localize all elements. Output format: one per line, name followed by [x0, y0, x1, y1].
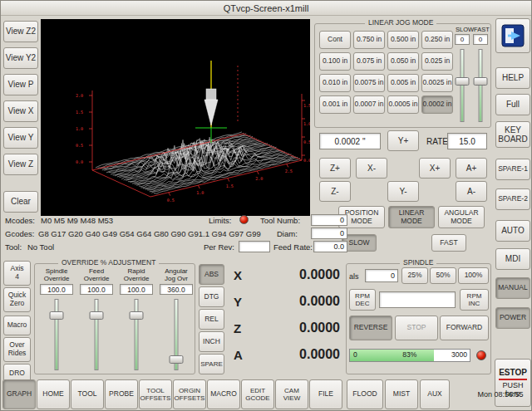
jog-0750-button[interactable]: 0.750 in	[353, 31, 385, 49]
linear-mode-button[interactable]: LINEAR MODE	[388, 206, 435, 228]
rpm-inc-button[interactable]: RPM INC	[460, 289, 489, 311]
tab-file[interactable]: FILE	[309, 379, 342, 409]
jog-0005-button[interactable]: 0.005 in	[387, 74, 419, 92]
flood-button[interactable]: FLOOD	[347, 379, 383, 409]
jog-0010-button[interactable]: 0.010 in	[319, 74, 351, 92]
gcodes-value: G8 G17 G20 G40 G49 G54 G64 G80 G90 G91.1…	[38, 229, 261, 238]
jog-0500-button[interactable]: 0.500 in	[387, 31, 419, 49]
tab-axis-4[interactable]: Axis 4	[3, 261, 31, 286]
spindle-50-button[interactable]: 50%	[430, 267, 456, 284]
keyboard-button[interactable]: KEY BOARD	[495, 121, 530, 148]
tab-edit-gcode[interactable]: EDIT GCODE	[241, 379, 274, 409]
jog-y-plus-button[interactable]: Y+	[387, 130, 419, 151]
view-y2-button[interactable]: View Y2	[3, 47, 38, 69]
jog-0001-button[interactable]: 0.001 in	[319, 95, 351, 114]
slider-handle[interactable]	[90, 311, 104, 320]
tab-cam-view[interactable]: CAM VIEW	[275, 379, 308, 409]
jog-00025-button[interactable]: 0.0025 in	[421, 74, 453, 92]
tab-tool[interactable]: TOOL	[71, 379, 104, 409]
jog-a-minus-button[interactable]: A-	[456, 181, 487, 202]
jog-00075-button[interactable]: 0.0075 in	[353, 74, 385, 92]
slow-jog-slider[interactable]	[455, 49, 470, 122]
spindle-100-button[interactable]: 100%	[458, 267, 489, 284]
tab-over-rides[interactable]: Over Rides	[3, 337, 31, 362]
feed-override-value: 100.0	[80, 284, 113, 295]
jog-0250-button[interactable]: 0.250 in	[421, 31, 453, 49]
jog-z-minus-button[interactable]: Z-	[319, 181, 351, 202]
dro-spare-button[interactable]: SPARE	[199, 354, 224, 374]
tab-macro-bottom[interactable]: MACRO	[207, 379, 240, 409]
view-z-button[interactable]: View Z	[3, 154, 38, 175]
bar-pct-label: 83%	[402, 350, 416, 359]
view-p-button[interactable]: View P	[3, 74, 38, 95]
tab-quick-zero[interactable]: Quick Zero	[3, 287, 31, 312]
jog-a-plus-button[interactable]: A+	[456, 158, 487, 179]
slider-handle[interactable]	[170, 355, 184, 364]
slider-groove	[135, 299, 139, 370]
spindle-als-label: als	[349, 272, 359, 281]
fast-label: FAST	[474, 26, 490, 33]
jog-cont-button[interactable]: Cont	[319, 31, 351, 49]
tab-origin-offsets[interactable]: ORGIN OFFSETS	[173, 379, 206, 409]
dro-inch-button[interactable]: INCH	[199, 331, 224, 352]
rpm-dec-button[interactable]: RPM DEC	[349, 289, 376, 311]
jog-x-plus-button[interactable]: X+	[419, 158, 451, 179]
slider-handle[interactable]	[130, 311, 144, 320]
fast-jog-slider[interactable]	[473, 49, 488, 122]
help-button[interactable]: HELP	[495, 67, 530, 89]
jog-00005-button[interactable]: 0.0005 in	[387, 95, 419, 114]
spare1-button[interactable]: SPARE-1	[495, 159, 530, 180]
aux-button[interactable]: AUX	[420, 379, 450, 409]
power-button[interactable]: POWER	[495, 307, 530, 329]
spindle-title: SPINDLE	[400, 258, 436, 267]
feed-override-slider[interactable]	[90, 299, 103, 370]
jog-0025-button[interactable]: 0.025 in	[421, 52, 453, 71]
view-z2-button[interactable]: View Z2	[3, 21, 38, 42]
mdi-mode-button[interactable]: MDI	[495, 248, 530, 270]
tab-tool-offsets[interactable]: TOOL OFFSETS	[139, 379, 172, 409]
tab-probe[interactable]: PROBE	[105, 379, 138, 409]
dro-x-letter: X	[234, 268, 242, 282]
dro-rel-button[interactable]: REL	[199, 309, 224, 330]
slider-handle[interactable]	[456, 77, 470, 86]
manual-mode-button[interactable]: MANUAL	[495, 277, 530, 299]
spare2-button[interactable]: SPARE-2	[495, 188, 530, 210]
jog-00002-button[interactable]: 0.0002 in	[421, 95, 453, 114]
full-button[interactable]: Full	[495, 94, 530, 115]
spindle-stop-button[interactable]: STOP	[395, 316, 438, 340]
tab-home[interactable]: HOME	[37, 379, 70, 409]
auto-mode-button[interactable]: AUTO	[495, 220, 530, 242]
jog-0050-button[interactable]: 0.050 in	[387, 52, 419, 71]
jog-z-plus-button[interactable]: Z+	[319, 158, 351, 179]
mist-button[interactable]: MIST	[385, 379, 418, 409]
jog-x-minus-button[interactable]: X-	[356, 158, 387, 179]
jog-0100-button[interactable]: 0.100 in	[319, 52, 351, 71]
view-y-button[interactable]: View Y	[3, 127, 38, 149]
shutdown-button[interactable]	[495, 18, 530, 53]
slider-handle[interactable]	[474, 77, 488, 86]
jog-00007-button[interactable]: 0.0007 in	[353, 95, 385, 114]
spindle-forward-button[interactable]: FORWARD	[440, 316, 489, 340]
spindle-override-slider[interactable]	[50, 299, 63, 370]
backplot-surface: 2.01.51.00.50.01.51.00.50.00.51.01.52.02…	[41, 19, 310, 216]
dro-abs-button[interactable]: ABS	[199, 264, 224, 285]
rapid-override-slider[interactable]	[130, 299, 143, 370]
spindle-reverse-button[interactable]: REVERSE	[349, 316, 392, 340]
tab-macro[interactable]: Macro	[3, 316, 31, 335]
angular-jog-slider[interactable]	[170, 299, 183, 370]
rapid-override-label: Rapid Override	[118, 267, 155, 282]
tab-graph[interactable]: GRAPH	[2, 379, 36, 409]
spindle-25-button[interactable]: 25%	[401, 267, 428, 284]
dro-dtg-button[interactable]: DTG	[199, 286, 224, 307]
angular-mode-button[interactable]: ANGULAR MODE	[438, 206, 485, 228]
slider-handle[interactable]	[50, 311, 64, 320]
gremlin-backplot[interactable]: 2.01.51.00.50.01.51.00.50.00.51.01.52.02…	[41, 19, 310, 216]
fast-button[interactable]: FAST	[431, 234, 466, 252]
mcodes-label: Mcodes:	[5, 216, 35, 225]
clear-button[interactable]: Clear	[3, 191, 38, 213]
feed-rate-display: 0.0	[313, 241, 347, 252]
jog-y-minus-button[interactable]: Y-	[387, 181, 419, 202]
title-bar[interactable]: QTvcp-Screen-x1mill	[1, 1, 531, 16]
view-x-button[interactable]: View X	[3, 100, 38, 122]
jog-0075-button[interactable]: 0.075 in	[353, 52, 385, 71]
